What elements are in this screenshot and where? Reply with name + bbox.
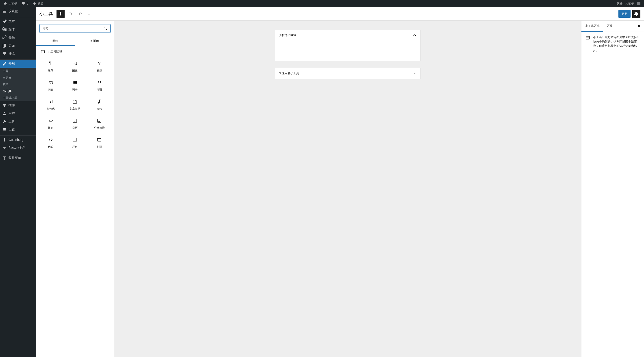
admin-bar: 大胡子 0 新建 您好，大胡子	[0, 0, 644, 7]
comments-link[interactable]: 0	[20, 0, 30, 7]
greeting: 您好，大胡子	[617, 2, 634, 6]
avatar	[637, 2, 640, 6]
account-link[interactable]: 您好，大胡子	[615, 0, 642, 7]
home-icon	[4, 2, 7, 6]
plus-icon	[33, 2, 36, 6]
new-label: 新建	[38, 2, 44, 6]
site-name: 大胡子	[8, 2, 17, 6]
new-content-link[interactable]: 新建	[31, 0, 45, 7]
site-home-link[interactable]: 大胡子	[2, 0, 19, 7]
comments-count: 0	[27, 2, 28, 6]
comment-icon	[22, 2, 25, 6]
